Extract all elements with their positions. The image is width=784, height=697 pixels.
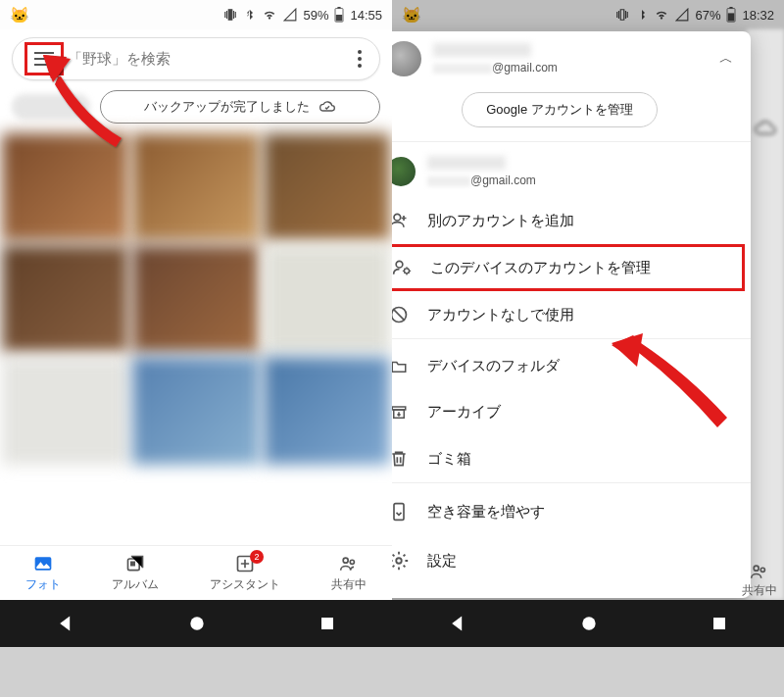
cloud-done-icon	[755, 118, 776, 139]
photo-thumbnail[interactable]	[264, 245, 390, 353]
tab-assistant[interactable]: 2 アシスタント	[210, 554, 280, 592]
account-name-blurred	[433, 43, 531, 57]
svg-rect-5	[130, 562, 135, 567]
backup-complete-chip[interactable]: バックアップが完了しました	[100, 90, 380, 124]
assistant-badge: 2	[250, 550, 264, 564]
search-placeholder: 「野球」を検索	[68, 50, 352, 69]
hamburger-icon[interactable]	[34, 52, 54, 66]
photo-thumbnail[interactable]	[2, 133, 128, 241]
photo-thumbnail[interactable]	[132, 133, 259, 241]
svg-point-16	[396, 261, 403, 268]
photo-thumbnail[interactable]	[264, 357, 390, 465]
svg-point-9	[190, 617, 203, 629]
divider	[392, 141, 751, 142]
menu-add-account[interactable]: 別のアカウントを追加	[392, 197, 751, 244]
svg-point-15	[394, 214, 401, 221]
battery-icon	[334, 7, 344, 23]
svg-rect-10	[321, 618, 333, 629]
photo-thumbnail[interactable]	[132, 245, 259, 353]
tab-label: フォト	[25, 577, 61, 592]
photo-thumbnail[interactable]	[2, 357, 128, 465]
nav-home-icon[interactable]	[579, 614, 599, 633]
photos-icon	[32, 554, 54, 573]
notification-icon: 🐱	[10, 6, 29, 25]
wifi-icon	[262, 8, 277, 22]
person-gear-icon	[392, 258, 413, 277]
trash-icon	[392, 449, 410, 469]
menu-label: 空き容量を増やす	[427, 503, 545, 522]
screenshot-account-sheet: 🐱 67% 18:32 @gmail.com ︿ Google アカウントを管理	[392, 0, 784, 647]
archive-icon	[392, 404, 410, 422]
bottom-tab-bar: フォト アルバム 2 アシスタント 共有中	[0, 545, 392, 600]
tab-sharing[interactable]: 共有中	[331, 554, 367, 592]
tab-photos[interactable]: フォト	[25, 554, 61, 592]
primary-account-row[interactable]: @gmail.com ︿	[392, 31, 751, 86]
nav-recent-icon[interactable]	[710, 615, 728, 632]
status-bar: 🐱 59% 14:55	[0, 0, 392, 29]
svg-rect-21	[394, 504, 404, 521]
folder-icon	[392, 358, 410, 375]
battery-percent: 59%	[303, 8, 328, 23]
sharing-icon	[749, 562, 770, 581]
background-content-blurred	[747, 29, 784, 600]
menu-free-space[interactable]: 空き容量を増やす	[392, 487, 751, 536]
menu-label: 設定	[427, 552, 457, 571]
nav-back-icon[interactable]	[448, 614, 467, 633]
search-bar[interactable]: 「野球」を検索	[12, 37, 380, 80]
menu-settings[interactable]: 設定	[392, 536, 751, 585]
avatar	[392, 41, 421, 76]
menu-device-folders[interactable]: デバイスのフォルダ	[392, 343, 751, 389]
more-menu-icon[interactable]	[352, 44, 368, 74]
no-account-icon	[392, 305, 410, 324]
account-email: @gmail.com	[427, 174, 733, 187]
manage-google-account-button[interactable]: Google アカウントを管理	[462, 92, 658, 127]
menu-trash[interactable]: ゴミ箱	[392, 435, 751, 482]
svg-point-26	[582, 617, 595, 629]
tab-label: アシスタント	[210, 577, 280, 592]
avatar	[392, 157, 416, 186]
button-label: Google アカウントを管理	[486, 101, 633, 119]
photo-thumbnail[interactable]	[264, 133, 390, 241]
svg-rect-2	[338, 7, 341, 9]
backup-chip-label: バックアップが完了しました	[144, 98, 310, 116]
menu-label: デバイスのフォルダ	[427, 357, 560, 375]
screenshot-google-photos-main: 🐱 59% 14:55 「野球」を検索 バックアップが完了しました	[0, 0, 392, 647]
svg-point-7	[343, 558, 348, 563]
menu-use-without-account[interactable]: アカウントなしで使用	[392, 291, 751, 338]
account-name-blurred	[427, 156, 506, 170]
hamburger-menu-highlight	[24, 42, 64, 75]
divider	[392, 482, 751, 483]
menu-label: このデバイスのアカウントを管理	[430, 259, 651, 277]
photo-grid[interactable]	[0, 133, 392, 465]
menu-label: アーカイブ	[427, 403, 501, 422]
date-chip-blurred	[12, 94, 90, 120]
svg-point-22	[396, 558, 402, 564]
chip-row: バックアップが完了しました	[0, 90, 392, 133]
clock: 14:55	[350, 8, 382, 23]
svg-point-8	[350, 560, 354, 564]
menu-label: 別のアカウントを追加	[427, 212, 574, 230]
account-email: @gmail.com	[433, 61, 708, 75]
background-tab-sharing: 共有中	[737, 562, 782, 598]
secondary-account-row[interactable]: @gmail.com	[392, 146, 751, 197]
svg-rect-1	[336, 15, 342, 21]
person-add-icon	[392, 211, 410, 230]
free-space-icon	[392, 501, 410, 523]
albums-icon	[124, 554, 146, 573]
nav-recent-icon[interactable]	[318, 615, 336, 632]
menu-label: ゴミ箱	[427, 450, 471, 469]
photo-thumbnail[interactable]	[132, 357, 259, 465]
android-nav-bar	[392, 600, 784, 647]
cloud-done-icon	[318, 99, 337, 115]
menu-manage-device-accounts-highlight[interactable]: このデバイスのアカウントを管理	[392, 244, 745, 291]
nav-home-icon[interactable]	[187, 614, 207, 633]
nav-back-icon[interactable]	[56, 614, 75, 633]
menu-archive[interactable]: アーカイブ	[392, 389, 751, 435]
svg-point-23	[754, 566, 759, 571]
tab-label: 共有中	[737, 583, 782, 598]
svg-rect-27	[713, 618, 725, 629]
tab-albums[interactable]: アルバム	[112, 554, 159, 592]
signal-icon	[283, 8, 297, 22]
chevron-up-icon[interactable]: ︿	[719, 50, 733, 68]
photo-thumbnail[interactable]	[2, 245, 128, 353]
